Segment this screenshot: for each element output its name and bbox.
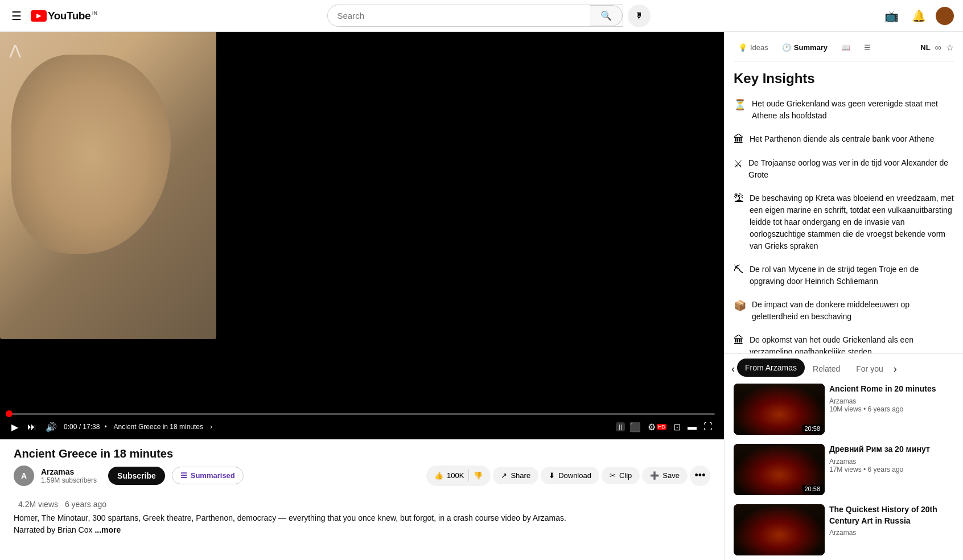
rec-item[interactable]: 20:58 Ancient Rome in 20 minutes Arzamas… <box>725 379 963 439</box>
volume-button[interactable]: 🔊 <box>43 419 59 435</box>
insight-emoji: ⚔ <box>734 158 743 170</box>
subtitle-button[interactable]: ⬛ <box>627 419 643 435</box>
like-count: 100K <box>447 471 464 480</box>
youtube-badge: IN <box>92 10 97 16</box>
subscribe-button[interactable]: Subscribe <box>108 467 165 485</box>
youtube-text: YouTube <box>48 10 90 22</box>
miniplayer-button[interactable]: ⊡ <box>671 419 683 435</box>
search-bar: 🔍 <box>327 5 623 27</box>
share-button[interactable]: ↗ Share <box>493 467 538 484</box>
insight-emoji: 📦 <box>734 299 746 312</box>
progress-dot <box>6 410 13 417</box>
play-button[interactable]: ▶ <box>9 419 20 435</box>
header: ☰ YouTube IN 🔍 🎙 📺 🔔 <box>0 0 963 32</box>
tab-list[interactable]: ☰ <box>859 41 875 54</box>
clip-button[interactable]: ✂ Clip <box>602 467 640 484</box>
tab-summary[interactable]: 🕐 Summary <box>777 41 832 54</box>
player-controls: ▶ ⏭ 🔊 0:00 / 17:38 • Ancient Greece in 1… <box>0 409 724 439</box>
insights-panel: 💡 Ideas 🕐 Summary 📖 ☰ NL ∞ ☆ <box>725 32 963 353</box>
rec-item[interactable]: The Quickest History of 20th Century Art… <box>725 500 963 560</box>
rec-prev-arrow[interactable]: ‹ <box>729 361 737 377</box>
insight-item: 🏛 Het Parthenon diende als centrale bank… <box>734 133 954 146</box>
video-player[interactable]: Λ ▶ ⏭ 🔊 0:00 / 17:38 • Ancient Greece in… <box>0 32 724 439</box>
rec-info: The Quickest History of 20th Century Art… <box>829 504 954 555</box>
channel-name[interactable]: Arzamas <box>41 467 97 476</box>
rec-next-arrow[interactable]: › <box>891 361 899 377</box>
lang-badge[interactable]: NL <box>920 43 930 52</box>
insight-item: ⛏ De rol van Mycene in de strijd tegen T… <box>734 263 954 287</box>
next-button[interactable]: ⏭ <box>25 419 39 434</box>
insights-toolbar-right: NL ∞ ☆ <box>920 42 954 53</box>
rec-duration: 20:58 <box>802 425 822 433</box>
fullscreen-button[interactable]: ⛶ <box>701 419 715 434</box>
like-icon: 👍 <box>434 471 443 480</box>
insight-emoji: 🏛 <box>734 335 744 347</box>
tab-book[interactable]: 📖 <box>837 41 855 54</box>
right-panel: 💡 Ideas 🕐 Summary 📖 ☰ NL ∞ ☆ <box>724 32 963 560</box>
youtube-logo[interactable]: YouTube IN <box>31 10 97 22</box>
insight-text: Het oude Griekenland was geen verenigde … <box>752 98 954 122</box>
desc-meta: 4.2M views 6 years ago <box>14 500 710 509</box>
insight-emoji: ⛏ <box>734 264 744 276</box>
chapter-sep: • <box>104 423 106 431</box>
rec-thumbnail <box>734 504 825 555</box>
ideas-label: Ideas <box>750 43 768 52</box>
insight-text: De impact van de donkere middeleeuwen op… <box>752 299 954 323</box>
cast-button[interactable]: 📺 <box>881 6 902 26</box>
mic-button[interactable]: 🎙 <box>628 5 651 27</box>
channel-info: Arzamas 1.59M subscribers <box>41 467 97 484</box>
insight-emoji: 🏝 <box>734 193 744 205</box>
time-display: 0:00 / 17:38 <box>64 423 100 431</box>
controls-row: ▶ ⏭ 🔊 0:00 / 17:38 • Ancient Greece in 1… <box>9 419 715 435</box>
view-count: 4.2M views <box>18 500 58 509</box>
insight-item: 📦 De impact van de donkere middeleeuwen … <box>734 299 954 323</box>
speed-button[interactable]: || <box>616 422 625 431</box>
insights-list: ⏳ Het oude Griekenland was geen verenigd… <box>734 98 954 353</box>
rec-tabs: ‹ From Arzamas Related For you › <box>725 354 963 379</box>
avatar[interactable] <box>936 7 954 25</box>
rec-thumbnail: 20:58 <box>734 384 825 435</box>
rec-info: Ancient Rome in 20 minutes Arzamas 10M v… <box>829 384 954 435</box>
tab-from-arzamas[interactable]: From Arzamas <box>737 359 805 377</box>
tab-related[interactable]: Related <box>805 360 848 378</box>
rec-thumb-img <box>734 504 825 555</box>
sculpture-image <box>0 32 216 339</box>
download-button[interactable]: ⬇ Download <box>541 467 599 484</box>
video-info: Ancient Greece in 18 minutes A Arzamas 1… <box>0 439 724 493</box>
search-input[interactable] <box>328 6 590 25</box>
subscriber-count: 1.59M subscribers <box>41 476 97 484</box>
chapter-name: Ancient Greece in 18 minutes <box>114 423 203 431</box>
settings-button[interactable]: ⚙ HD <box>645 419 669 435</box>
action-buttons: 👍 100K 👎 ↗ Share ⬇ Download ✂ <box>426 466 710 486</box>
summarised-button[interactable]: ☰ Summarised <box>172 467 244 484</box>
rec-title: The Quickest History of 20th Century Art… <box>829 504 954 526</box>
download-icon: ⬇ <box>549 471 555 480</box>
star-icon[interactable]: ☆ <box>946 42 954 53</box>
summary-label: Summary <box>794 43 828 52</box>
tab-for-you[interactable]: For you <box>848 360 891 378</box>
description-extra: Narrated by Brian Cox ...more <box>14 524 710 536</box>
hamburger-menu[interactable]: ☰ <box>9 7 24 25</box>
tab-ideas[interactable]: 💡 Ideas <box>734 41 773 54</box>
rec-channel: Arzamas <box>829 529 954 537</box>
theater-button[interactable]: ▬ <box>685 419 699 434</box>
link-icon[interactable]: ∞ <box>935 43 941 53</box>
more-button[interactable]: ••• <box>690 466 710 486</box>
insight-item: ⏳ Het oude Griekenland was geen verenigd… <box>734 98 954 122</box>
notification-button[interactable]: 🔔 <box>908 6 929 26</box>
rec-item[interactable]: 20:58 Древний Рим за 20 минут Arzamas 17… <box>725 439 963 500</box>
more-label[interactable]: ...more <box>94 525 121 534</box>
summarised-label: Summarised <box>191 471 235 480</box>
rec-meta: 10M views • 6 years ago <box>829 405 954 413</box>
like-button[interactable]: 👍 100K 👎 <box>426 466 491 486</box>
progress-bar[interactable] <box>9 413 715 415</box>
search-button[interactable]: 🔍 <box>590 5 623 26</box>
dislike-icon: 👎 <box>474 471 483 480</box>
rec-meta: 17M views • 6 years ago <box>829 466 954 473</box>
insight-text: De opkomst van het oude Griekenland als … <box>750 334 954 353</box>
youtube-icon <box>31 10 47 22</box>
controls-right: || ⬛ ⚙ HD ⊡ ▬ ⛶ <box>616 419 715 435</box>
share-label: Share <box>511 471 530 480</box>
save-label: Save <box>662 471 680 480</box>
save-button[interactable]: ➕ Save <box>642 467 688 484</box>
